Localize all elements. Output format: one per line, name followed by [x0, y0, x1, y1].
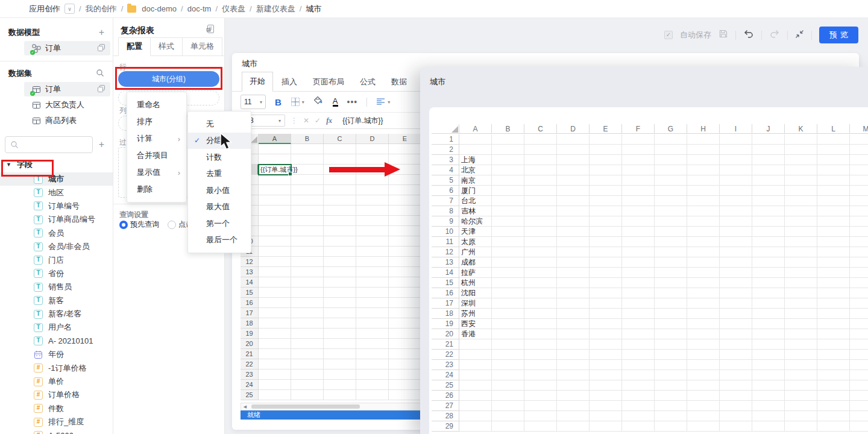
- copy-icon[interactable]: [97, 43, 105, 54]
- grid-cell[interactable]: [752, 175, 785, 186]
- grid-cell[interactable]: [720, 145, 752, 155]
- grid-cell[interactable]: [752, 186, 785, 196]
- grid-cell[interactable]: [259, 308, 291, 318]
- row-header[interactable]: 7: [432, 196, 459, 206]
- grid-cell[interactable]: [752, 380, 785, 391]
- row-header[interactable]: 18: [432, 309, 459, 319]
- grid-cell[interactable]: [785, 134, 817, 145]
- grid-cell[interactable]: [655, 380, 687, 391]
- menu-item[interactable]: 计算›: [127, 130, 186, 147]
- grid-cell[interactable]: [324, 154, 356, 165]
- grid-cell[interactable]: [524, 257, 557, 268]
- grid-cell[interactable]: [817, 247, 850, 257]
- grid-cell[interactable]: [324, 175, 356, 185]
- grid-cell[interactable]: [590, 411, 622, 421]
- grid-cell[interactable]: [524, 206, 557, 216]
- grid-cell[interactable]: [850, 421, 868, 432]
- grid-cell[interactable]: [492, 421, 524, 432]
- grid-cell[interactable]: [720, 257, 752, 268]
- column-header[interactable]: K: [785, 124, 817, 134]
- row-header[interactable]: 25: [241, 390, 259, 400]
- grid-cell[interactable]: [687, 339, 720, 350]
- grid-cell[interactable]: [590, 247, 622, 257]
- grid-cell[interactable]: [785, 380, 817, 391]
- grid-cell[interactable]: [850, 145, 868, 155]
- grid-cell[interactable]: [259, 370, 291, 380]
- grid-cell[interactable]: [291, 277, 324, 288]
- grid-cell[interactable]: [622, 206, 655, 216]
- grid-cell[interactable]: [459, 370, 492, 380]
- grid-cell[interactable]: [752, 319, 785, 329]
- grid-cell[interactable]: [850, 247, 868, 257]
- grid-cell[interactable]: [785, 278, 817, 288]
- grid-cell[interactable]: [259, 144, 291, 154]
- grid-cell[interactable]: [291, 154, 324, 165]
- grid-cell[interactable]: [622, 350, 655, 360]
- bold-button[interactable]: B: [275, 97, 281, 107]
- column-header[interactable]: M: [850, 124, 868, 134]
- grid-cell[interactable]: [655, 134, 687, 145]
- grid-cell[interactable]: [655, 257, 687, 268]
- grid-cell[interactable]: [752, 145, 785, 155]
- add-field-icon[interactable]: +: [99, 139, 104, 150]
- row-header[interactable]: 26: [432, 391, 459, 401]
- column-header[interactable]: E: [590, 124, 622, 134]
- grid-cell[interactable]: [259, 339, 291, 349]
- grid-cell[interactable]: [655, 145, 687, 155]
- grid-cell[interactable]: 吉林: [459, 206, 492, 216]
- grid-cell[interactable]: [655, 237, 687, 247]
- column-header[interactable]: B: [291, 134, 324, 144]
- grid-cell[interactable]: [459, 411, 492, 421]
- grid-cell[interactable]: [389, 247, 421, 257]
- grid-cell[interactable]: [622, 227, 655, 237]
- grid-cell[interactable]: [850, 339, 868, 350]
- menu-item[interactable]: 排序: [127, 113, 186, 130]
- grid-cell[interactable]: [720, 370, 752, 380]
- field-item[interactable]: T销售员: [0, 280, 113, 294]
- grid-cell[interactable]: [687, 155, 720, 165]
- row-header[interactable]: 2: [432, 145, 459, 155]
- grid-cell[interactable]: [817, 319, 850, 329]
- grid-cell[interactable]: [557, 155, 590, 165]
- save-icon[interactable]: [719, 29, 728, 41]
- grid-cell[interactable]: [557, 329, 590, 339]
- grid-cell[interactable]: [752, 370, 785, 380]
- grid-cell[interactable]: [720, 298, 752, 309]
- grid-cell[interactable]: 北京: [459, 165, 492, 175]
- row-header[interactable]: 12: [241, 257, 259, 267]
- grid-cell[interactable]: [590, 329, 622, 339]
- grid-cell[interactable]: [817, 288, 850, 298]
- grid-cell[interactable]: [459, 134, 492, 145]
- column-header[interactable]: J: [752, 124, 785, 134]
- grid-cell[interactable]: [817, 411, 850, 421]
- grid-cell[interactable]: [752, 247, 785, 257]
- grid-cell[interactable]: [817, 421, 850, 432]
- grid-cell[interactable]: [259, 390, 291, 400]
- grid-cell[interactable]: [524, 175, 557, 186]
- grid-cell[interactable]: [720, 360, 752, 370]
- grid-cell[interactable]: [687, 186, 720, 196]
- undo-icon[interactable]: [743, 29, 754, 41]
- grid-cell[interactable]: [524, 370, 557, 380]
- grid-cell[interactable]: [389, 390, 421, 400]
- row-header[interactable]: 13: [241, 267, 259, 277]
- grid-cell[interactable]: [389, 267, 421, 277]
- grid-cell[interactable]: [590, 227, 622, 237]
- grid-cell[interactable]: [785, 145, 817, 155]
- row-header[interactable]: 21: [432, 339, 459, 350]
- grid-cell[interactable]: [356, 195, 389, 206]
- grid-cell[interactable]: [850, 134, 868, 145]
- grid-cell[interactable]: 上海: [459, 155, 492, 165]
- grid-cell[interactable]: [492, 360, 524, 370]
- fields-section-header[interactable]: ▼ 字段: [0, 159, 113, 170]
- grid-cell[interactable]: [492, 216, 524, 227]
- field-item[interactable]: T订单编号: [0, 200, 113, 213]
- grid-cell[interactable]: [785, 370, 817, 380]
- grid-cell[interactable]: [817, 175, 850, 186]
- grid-cell[interactable]: [324, 277, 356, 288]
- column-header[interactable]: A: [259, 134, 291, 144]
- data-model-item[interactable]: ✓订单: [24, 41, 110, 55]
- grid-cell[interactable]: [850, 370, 868, 380]
- grid-cell[interactable]: [655, 175, 687, 186]
- grid-cell[interactable]: [752, 401, 785, 411]
